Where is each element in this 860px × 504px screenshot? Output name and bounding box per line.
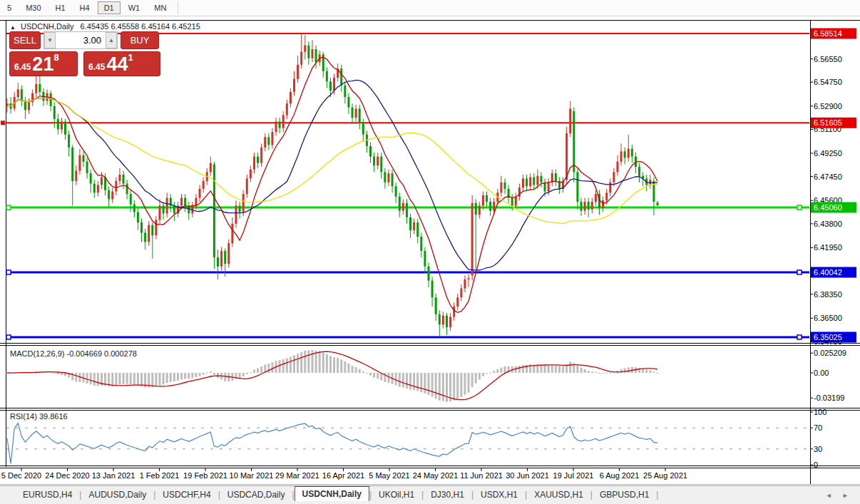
svg-text:19 Jul 2021: 19 Jul 2021 — [553, 471, 594, 480]
tab-scroll-arrows[interactable]: ◄ ► — [826, 492, 853, 502]
buy-price-display[interactable]: 6.45 44 1 — [83, 51, 160, 76]
svg-text:24 Dec 2020: 24 Dec 2020 — [45, 471, 89, 480]
volume-stepper: ▼ ▲ — [43, 31, 118, 49]
svg-text:29 Mar 2021: 29 Mar 2021 — [275, 471, 319, 480]
date-axis[interactable]: 5 Dec 202024 Dec 202013 Jan 20211 Feb 20… — [1, 468, 687, 480]
tab-audusd[interactable]: AUDUSD,Daily — [81, 488, 153, 502]
svg-text:0: 0 — [814, 461, 818, 469]
candles-group — [6, 34, 659, 336]
svg-text:6.49250: 6.49250 — [814, 149, 842, 158]
svg-text:16 Apr 2021: 16 Apr 2021 — [322, 471, 364, 480]
chart-title: ▲ USDCNH,Daily 6.45435 6.45558 6.45164 6… — [10, 22, 200, 31]
tab-xauusd[interactable]: XAUUSD,H1 — [527, 488, 590, 502]
svg-text:24 May 2021: 24 May 2021 — [413, 471, 459, 480]
svg-text:13 Jan 2021: 13 Jan 2021 — [92, 471, 135, 480]
svg-text:0.025209: 0.025209 — [814, 349, 846, 357]
svg-text:100: 100 — [814, 408, 826, 416]
rsi-panel-group[interactable] — [6, 423, 809, 464]
svg-text:6.41950: 6.41950 — [814, 243, 842, 252]
chart-frame — [0, 20, 860, 485]
volume-increase-icon[interactable]: ▲ — [106, 32, 117, 48]
status-strip — [0, 501, 860, 504]
svg-text:10 Mar 2021: 10 Mar 2021 — [230, 471, 274, 480]
svg-text:5 May 2021: 5 May 2021 — [369, 471, 409, 480]
svg-text:6 Aug 2021: 6 Aug 2021 — [600, 471, 640, 480]
svg-text:70: 70 — [814, 423, 822, 432]
svg-text:6.38350: 6.38350 — [814, 290, 842, 299]
tab-ukoil[interactable]: UKOil,H1 — [372, 488, 421, 502]
buy-price-sup: 1 — [128, 52, 133, 63]
svg-text:5 Dec 2020: 5 Dec 2020 — [1, 471, 41, 480]
svg-text:30: 30 — [814, 445, 822, 453]
svg-text:25 Aug 2021: 25 Aug 2021 — [643, 471, 687, 480]
svg-text:6.45060: 6.45060 — [814, 203, 842, 212]
volume-decrease-icon[interactable]: ▼ — [44, 32, 56, 48]
svg-text:6.51605: 6.51605 — [814, 118, 842, 127]
tab-eurusd[interactable]: EURUSD,H4 — [16, 488, 79, 502]
svg-text:19 Feb 2021: 19 Feb 2021 — [183, 471, 227, 480]
macd-indicator-label: MACD(12,26,9) -0.004669 0.000278 — [10, 349, 137, 358]
sell-price-small: 6.45 — [14, 62, 31, 72]
sell-price-display[interactable]: 6.45 21 8 — [9, 51, 78, 76]
price-axis[interactable]: 6.565506.547506.529006.511006.492506.474… — [810, 29, 856, 470]
tab-separator: | — [656, 490, 658, 502]
chart-ohlc-values: 6.45435 6.45558 6.45164 6.45215 — [81, 22, 200, 31]
buy-button[interactable]: BUY — [121, 31, 159, 49]
sell-price-big: 21 — [32, 55, 53, 74]
chart-symbol-label: USDCNH,Daily — [21, 22, 74, 31]
volume-input[interactable] — [56, 32, 106, 48]
tab-usdcnh[interactable]: USDCNH,Daily — [295, 486, 369, 502]
tab-gbpusd[interactable]: GBPUSD,H1 — [593, 488, 656, 502]
buy-price-small: 6.45 — [88, 62, 105, 72]
chart-tab-bar: EURUSD,H4|AUDUSD,Daily|USDCHF,H4|USDCAD,… — [0, 485, 860, 502]
one-click-trade-panel: SELL ▼ ▲ BUY 6.45 21 8 6.45 44 1 — [9, 31, 160, 76]
svg-text:6.43800: 6.43800 — [814, 220, 842, 228]
svg-text:6.56550: 6.56550 — [814, 55, 842, 63]
svg-text:6.52900: 6.52900 — [814, 102, 842, 110]
tab-usdcad[interactable]: USDCAD,Daily — [220, 488, 292, 502]
svg-text:6.54750: 6.54750 — [814, 78, 842, 86]
terminal-window: 5M30H1H4D1W1MN 6.565506.547506.529006.51… — [0, 0, 860, 504]
svg-text:6.40042: 6.40042 — [814, 268, 842, 277]
tab-usdx[interactable]: USDX,H1 — [473, 488, 525, 502]
sell-price-sup: 8 — [53, 52, 58, 63]
tab-dj30[interactable]: DJ30,H1 — [424, 488, 471, 502]
svg-text:6.47450: 6.47450 — [814, 173, 842, 181]
horizontal-level-lines[interactable] — [1, 34, 809, 339]
svg-text:1 Feb 2021: 1 Feb 2021 — [140, 471, 180, 480]
svg-text:6.58514: 6.58514 — [814, 29, 842, 38]
sell-button[interactable]: SELL — [9, 31, 41, 49]
tab-usdchf[interactable]: USDCHF,H4 — [155, 488, 217, 502]
svg-text:-0.03199: -0.03199 — [814, 394, 844, 402]
rsi-indicator-label: RSI(14) 39.8616 — [10, 412, 68, 421]
collapse-icon[interactable]: ▲ — [10, 24, 16, 31]
svg-text:11 Jun 2021: 11 Jun 2021 — [460, 471, 503, 480]
buy-price-big: 44 — [106, 55, 128, 74]
svg-text:30 Jun 2021: 30 Jun 2021 — [506, 471, 549, 480]
svg-text:0.00: 0.00 — [814, 369, 829, 377]
svg-text:6.36500: 6.36500 — [814, 314, 842, 322]
svg-text:6.35025: 6.35025 — [814, 333, 842, 341]
